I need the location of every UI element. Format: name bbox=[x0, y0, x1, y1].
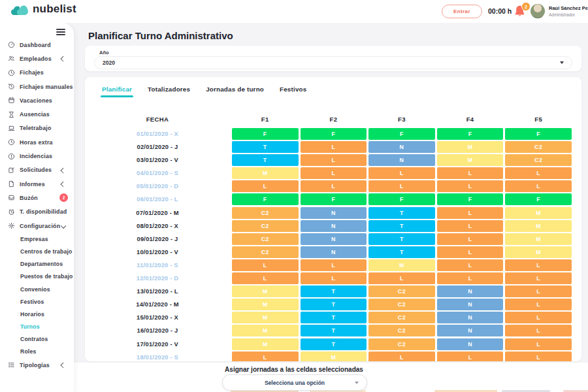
date-cell[interactable]: 17/01/2020 - V bbox=[85, 338, 230, 350]
shift-cell[interactable]: L bbox=[232, 259, 299, 271]
shift-cell[interactable]: L bbox=[437, 233, 504, 245]
shift-cell[interactable]: N bbox=[437, 299, 504, 310]
shift-cell[interactable]: M bbox=[368, 259, 435, 271]
sidebar-subitem-turnos[interactable]: Turnos bbox=[0, 320, 74, 333]
sidebar-subitem-festivos[interactable]: Festivos bbox=[0, 295, 74, 308]
user-menu[interactable]: Raúl Sánchez Peris Administrador bbox=[549, 5, 588, 17]
sidebar-item-t-disponibilidad[interactable]: T. disponibilidad bbox=[0, 205, 74, 219]
enter-button[interactable]: Entrar bbox=[442, 5, 482, 18]
sidebar-item-solicitudes[interactable]: Solicitudes bbox=[0, 163, 74, 177]
shift-cell[interactable]: L bbox=[301, 272, 367, 284]
assign-shift-select[interactable]: Selecciona una opción bbox=[222, 374, 367, 391]
shift-cell[interactable]: T bbox=[368, 233, 435, 245]
shift-cell[interactable]: C2 bbox=[368, 299, 435, 310]
date-cell[interactable]: 12/01/2020 - D bbox=[85, 272, 230, 284]
shift-cell[interactable]: T bbox=[301, 338, 367, 350]
date-cell[interactable]: 14/01/2020 - M bbox=[85, 299, 230, 310]
shift-cell[interactable]: L bbox=[437, 351, 504, 361]
sidebar-subitem-empresas[interactable]: Empresas bbox=[0, 233, 74, 245]
user-avatar[interactable] bbox=[531, 4, 545, 18]
shift-cell[interactable]: T bbox=[232, 154, 299, 166]
shift-cell[interactable]: L bbox=[505, 272, 572, 284]
shift-cell[interactable]: N bbox=[437, 286, 504, 297]
shift-cell[interactable]: M bbox=[437, 154, 504, 166]
shift-cell[interactable]: N bbox=[301, 246, 367, 258]
shift-cell[interactable]: C2 bbox=[505, 154, 572, 166]
tab-festivos[interactable]: Festivos bbox=[280, 86, 306, 97]
shift-cell[interactable]: L bbox=[368, 351, 435, 361]
shift-cell[interactable]: L bbox=[301, 180, 367, 192]
date-cell[interactable]: 06/01/2020 - L bbox=[85, 193, 230, 205]
shift-cell[interactable]: T bbox=[301, 299, 367, 310]
sidebar-item-empleados[interactable]: Empleados bbox=[0, 52, 74, 65]
sidebar-item-fichajes-manuales[interactable]: Fichajes manuales bbox=[0, 80, 74, 93]
date-cell[interactable]: 11/01/2020 - S bbox=[85, 259, 230, 271]
sidebar-item-fichajes[interactable]: Fichajes bbox=[0, 66, 74, 80]
sidebar-subitem-departamentos[interactable]: Departamentos bbox=[0, 258, 74, 270]
shift-cell[interactable]: T bbox=[368, 220, 435, 232]
sidebar-item-informes[interactable]: Informes bbox=[0, 177, 74, 191]
sidebar-subitem-horarios[interactable]: Horarios bbox=[0, 308, 74, 320]
shift-cell[interactable]: N bbox=[301, 207, 367, 219]
shift-cell[interactable]: C2 bbox=[232, 220, 299, 232]
shift-cell[interactable]: T bbox=[301, 286, 367, 297]
shift-cell[interactable]: L bbox=[437, 272, 504, 284]
sidebar-subitem-puestos-de-trabajo[interactable]: Puestos de trabajo bbox=[0, 270, 74, 283]
shift-cell[interactable]: M bbox=[505, 233, 572, 245]
shift-cell[interactable]: M bbox=[232, 286, 299, 297]
date-cell[interactable]: 03/01/2020 - V bbox=[85, 154, 230, 166]
shift-cell[interactable]: L bbox=[505, 286, 572, 297]
shift-cell[interactable]: L bbox=[505, 259, 572, 271]
shift-cell[interactable]: L bbox=[437, 259, 504, 271]
date-cell[interactable]: 18/01/2020 - S bbox=[85, 351, 230, 361]
sidebar-item-horas-extra[interactable]: Horas extra bbox=[0, 135, 74, 149]
shift-cell[interactable]: L bbox=[232, 351, 299, 361]
shift-cell[interactable]: L bbox=[505, 180, 572, 192]
shift-cell[interactable]: L bbox=[301, 259, 367, 271]
shift-cell[interactable]: C2 bbox=[368, 286, 435, 297]
shift-cell[interactable]: C2 bbox=[232, 233, 299, 245]
shift-cell[interactable]: L bbox=[301, 154, 367, 166]
shift-cell[interactable]: T bbox=[368, 207, 435, 219]
date-cell[interactable]: 04/01/2020 - S bbox=[85, 167, 230, 179]
date-cell[interactable]: 05/01/2020 - D bbox=[85, 180, 230, 192]
sidebar-item-incidencias[interactable]: Incidencias bbox=[0, 149, 74, 163]
shift-cell[interactable]: M bbox=[505, 220, 572, 232]
shift-cell[interactable]: L bbox=[505, 312, 572, 323]
shift-cell[interactable]: L bbox=[505, 299, 572, 310]
sidebar-item-dashboard[interactable]: Dashboard bbox=[0, 38, 74, 52]
shift-cell[interactable]: F bbox=[368, 193, 435, 205]
shift-cell[interactable]: L bbox=[437, 220, 504, 232]
shift-cell[interactable]: C2 bbox=[232, 207, 299, 219]
shift-cell[interactable]: N bbox=[437, 312, 504, 323]
sidebar-item-tipologias[interactable]: Tipologías bbox=[0, 358, 74, 372]
shift-cell[interactable]: L bbox=[368, 272, 435, 284]
shift-cell[interactable]: F bbox=[232, 193, 299, 205]
shift-cell[interactable]: L bbox=[505, 325, 572, 336]
shift-cell[interactable]: L bbox=[368, 180, 435, 192]
shift-cell[interactable]: M bbox=[232, 312, 299, 323]
shift-cell[interactable]: N bbox=[368, 141, 435, 153]
shift-cell[interactable]: F bbox=[437, 128, 504, 140]
sidebar-subitem-roles[interactable]: Roles bbox=[0, 346, 74, 358]
sidebar-subitem-convenios[interactable]: Convenios bbox=[0, 283, 74, 295]
shift-cell[interactable]: L bbox=[505, 351, 572, 361]
shift-cell[interactable]: F bbox=[437, 193, 504, 205]
shift-cell[interactable]: M bbox=[232, 167, 299, 179]
shift-cell[interactable]: F bbox=[301, 128, 367, 140]
shift-cell[interactable]: F bbox=[368, 128, 435, 140]
date-cell[interactable]: 07/01/2020 - M bbox=[85, 207, 230, 219]
shift-cell[interactable]: L bbox=[505, 167, 572, 179]
sidebar-subitem-centros-de-trabajo[interactable]: Centros de trabajo bbox=[0, 245, 74, 257]
shift-cell[interactable]: L bbox=[437, 180, 504, 192]
shift-cell[interactable]: L bbox=[232, 272, 299, 284]
date-cell[interactable]: 10/01/2020 - V bbox=[85, 246, 230, 258]
date-cell[interactable]: 16/01/2020 - J bbox=[85, 325, 230, 336]
date-cell[interactable]: 15/01/2020 - X bbox=[85, 312, 230, 323]
tab-jornadas-de-turno[interactable]: Jornadas de turno bbox=[206, 86, 264, 97]
shift-cell[interactable]: L bbox=[437, 246, 504, 258]
sidebar-item-buzon[interactable]: Buzón2 bbox=[0, 191, 74, 204]
shift-cell[interactable]: M bbox=[232, 338, 299, 350]
sidebar-subitem-contratos[interactable]: Contratos bbox=[0, 333, 74, 346]
shift-cell[interactable]: L bbox=[301, 141, 367, 153]
